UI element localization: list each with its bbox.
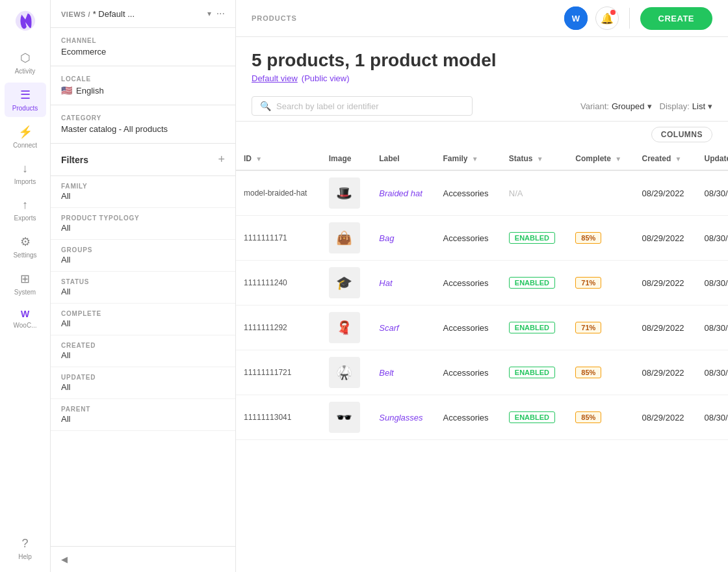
view-name[interactable]: * Default ... bbox=[93, 9, 135, 19]
filter-created[interactable]: CREATED All bbox=[51, 335, 235, 367]
cell-created: 08/29/2022 bbox=[634, 216, 697, 261]
col-complete[interactable]: Complete ▼ bbox=[567, 148, 634, 170]
search-box[interactable]: 🔍 Search by label or identifier bbox=[252, 96, 473, 116]
sort-icon: ▼ bbox=[675, 155, 682, 162]
help-icon: ? bbox=[21, 537, 28, 551]
more-options-icon[interactable]: ··· bbox=[216, 8, 225, 20]
filter-family[interactable]: FAMILY All bbox=[51, 176, 235, 208]
cell-complete bbox=[567, 170, 634, 216]
sidebar-header: VIEWS / * Default ... ▾ ··· bbox=[51, 0, 235, 28]
sidebar-item-settings[interactable]: ⚙ Settings bbox=[5, 229, 46, 264]
sidebar-item-system[interactable]: ⊞ System bbox=[5, 266, 46, 301]
topbar: PRODUCTS W 🔔 CREATE bbox=[236, 0, 728, 37]
connect-icon: ⚡ bbox=[18, 125, 32, 139]
channel-section: CHANNEL Ecommerce bbox=[51, 28, 235, 66]
col-id[interactable]: ID ▼ bbox=[236, 148, 321, 170]
create-button[interactable]: CREATE bbox=[640, 7, 712, 30]
imports-icon: ↓ bbox=[22, 162, 28, 176]
category-label: CATEGORY bbox=[61, 114, 225, 122]
help-section: ? Help bbox=[5, 532, 46, 566]
cell-status: N/A bbox=[501, 170, 568, 216]
table-row[interactable]: 11111111721🥋BeltAccessoriesENABLED85%08/… bbox=[236, 350, 728, 395]
col-status[interactable]: Status ▼ bbox=[501, 148, 568, 170]
filter-groups[interactable]: GROUPS All bbox=[51, 240, 235, 272]
sort-icon: ▼ bbox=[537, 155, 543, 162]
breadcrumb: PRODUCTS bbox=[252, 14, 297, 22]
main-content: PRODUCTS W 🔔 CREATE 5 products, 1 produc… bbox=[236, 0, 728, 572]
cell-label[interactable]: Scarf bbox=[371, 306, 435, 350]
cell-label[interactable]: Braided hat bbox=[371, 170, 435, 216]
cell-complete: 85% bbox=[567, 350, 634, 395]
table-row[interactable]: 1111111292🧣ScarfAccessoriesENABLED71%08/… bbox=[236, 306, 728, 350]
table-row[interactable]: model-braided-hat🎩Braided hatAccessories… bbox=[236, 170, 728, 216]
col-image: Image bbox=[321, 148, 372, 170]
sidebar-item-help[interactable]: ? Help bbox=[5, 532, 46, 566]
columns-button[interactable]: COLUMNS bbox=[651, 127, 712, 142]
filter-product-typology[interactable]: PRODUCT TYPOLOGY All bbox=[51, 208, 235, 240]
filter-label: CREATED bbox=[61, 342, 225, 349]
cell-image: 🧣 bbox=[321, 306, 372, 350]
notifications-button[interactable]: 🔔 bbox=[595, 6, 619, 30]
cell-image: 🎓 bbox=[321, 261, 372, 306]
channel-value: Ecommerce bbox=[61, 47, 225, 57]
cell-id: 1111111240 bbox=[236, 261, 321, 306]
table-row[interactable]: 1111111240🎓HatAccessoriesENABLED71%08/29… bbox=[236, 261, 728, 306]
filter-status[interactable]: STATUS All bbox=[51, 272, 235, 304]
cell-label[interactable]: Belt bbox=[371, 350, 435, 395]
category-value: Master catalog - All products bbox=[61, 124, 225, 134]
filter-value: All bbox=[61, 255, 225, 265]
cell-label[interactable]: Bag bbox=[371, 216, 435, 261]
cell-created: 08/29/2022 bbox=[634, 350, 697, 395]
cell-created: 08/29/2022 bbox=[634, 306, 697, 350]
cell-updated: 08/30/2022 bbox=[696, 306, 728, 350]
variant-control[interactable]: Variant: Grouped ▾ bbox=[580, 101, 651, 111]
filter-complete[interactable]: COMPLETE All bbox=[51, 304, 235, 335]
col-created[interactable]: Created ▼ bbox=[634, 148, 697, 170]
cell-label[interactable]: Hat bbox=[371, 261, 435, 306]
cell-complete: 85% bbox=[567, 395, 634, 440]
cell-id: model-braided-hat bbox=[236, 170, 321, 216]
filter-value: All bbox=[61, 191, 225, 201]
cell-family: Accessories bbox=[436, 306, 501, 350]
filter-parent[interactable]: PARENT All bbox=[51, 399, 235, 431]
filter-value: All bbox=[61, 318, 225, 328]
sidebar-item-label: WooC... bbox=[14, 322, 37, 329]
cell-id: 11111113041 bbox=[236, 395, 321, 440]
sidebar-item-label: Connect bbox=[13, 142, 37, 149]
sidebar-item-label: System bbox=[14, 289, 36, 296]
display-control[interactable]: Display: List ▾ bbox=[660, 101, 712, 111]
col-updated[interactable]: Updated ▼ bbox=[696, 148, 728, 170]
cell-updated: 08/30/2022 bbox=[696, 170, 728, 216]
cell-family: Accessories bbox=[436, 350, 501, 395]
filter-label: UPDATED bbox=[61, 374, 225, 381]
cell-status: ENABLED bbox=[501, 216, 568, 261]
collapse-sidebar-button[interactable]: ◀ bbox=[51, 546, 235, 572]
sidebar-item-products[interactable]: ☰ Products bbox=[5, 83, 46, 117]
table-row[interactable]: 1111111171👜BagAccessoriesENABLED85%08/29… bbox=[236, 216, 728, 261]
channel-label: CHANNEL bbox=[61, 37, 225, 44]
display-label: Display: bbox=[660, 101, 690, 111]
default-view-link[interactable]: Default view bbox=[252, 73, 298, 83]
filters-header: Filters + bbox=[51, 144, 235, 176]
filter-value: All bbox=[61, 287, 225, 296]
col-family[interactable]: Family ▼ bbox=[436, 148, 501, 170]
locale-row: 🇺🇸 English bbox=[61, 85, 225, 96]
filter-label: PARENT bbox=[61, 406, 225, 413]
add-filter-button[interactable]: + bbox=[218, 153, 225, 166]
cell-label[interactable]: Sunglasses bbox=[371, 395, 435, 440]
sidebar-item-connect[interactable]: ⚡ Connect bbox=[5, 120, 46, 154]
svg-text:W: W bbox=[571, 14, 580, 23]
sidebar-item-imports[interactable]: ↓ Imports bbox=[5, 157, 46, 190]
cell-status: ENABLED bbox=[501, 395, 568, 440]
cell-image: 👜 bbox=[321, 216, 372, 261]
sidebar-item-woocommerce[interactable]: W WooC... bbox=[5, 304, 46, 334]
public-view-link[interactable]: (Public view) bbox=[302, 73, 350, 83]
table-row[interactable]: 11111113041🕶️SunglassesAccessoriesENABLE… bbox=[236, 395, 728, 440]
filter-label: FAMILY bbox=[61, 183, 225, 190]
cell-id: 11111111721 bbox=[236, 350, 321, 395]
settings-icon: ⚙ bbox=[20, 235, 31, 249]
filter-updated[interactable]: UPDATED All bbox=[51, 367, 235, 399]
chevron-down-icon[interactable]: ▾ bbox=[207, 9, 211, 18]
sidebar-item-activity[interactable]: ⬡ Activity bbox=[5, 46, 46, 80]
sidebar-item-exports[interactable]: ↑ Exports bbox=[5, 193, 46, 227]
